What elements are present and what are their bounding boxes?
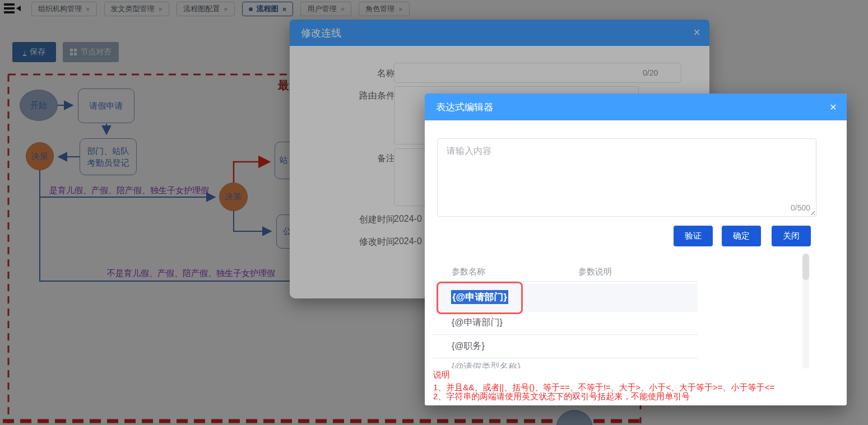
notes-line-2: 2、字符串的两端请使用英文状态下的双引号括起来，不能使用单引号 [433,391,690,402]
table-divider [433,358,698,358]
edge-label-no: 不是育儿假、产假、陪产假、独生子女护理假 [107,268,275,279]
notes-heading: 说明 [433,370,450,380]
expression-editor-header: 表达式编辑器 [425,94,847,120]
selection-highlight-border [437,282,523,314]
created-time-value: 2024-0 [394,214,428,224]
edge-decision2-to-station-selected[interactable] [234,162,268,183]
node-register[interactable]: 部门、站队 考勤员登记 [80,138,137,175]
end-node-partial[interactable] [556,410,592,425]
table-row[interactable]: {@职务} [452,340,485,352]
notes-section: 说明 1、并且&&、或者||、括号()、等于==、不等于!=、大于>、小于<、大… [425,368,847,405]
node-label: 决策 [31,151,48,162]
column-header-param-desc: 参数说明 [578,267,612,277]
modal-title: 修改连线 [301,26,341,40]
node-label: 请假申请 [90,101,123,111]
scrollbar-thumb[interactable] [802,254,809,280]
close-icon[interactable]: × [830,101,837,113]
route-condition-label: 路由条件 [328,90,395,102]
name-counter: 0/20 [643,68,658,77]
name-input[interactable] [394,63,681,83]
validate-button[interactable]: 验证 [674,226,713,246]
edge-decision2-to-public[interactable] [234,211,270,231]
modified-time-value: 2024-0 [394,236,428,246]
name-label: 名称 [328,68,395,80]
table-divider [433,334,698,335]
expression-editor-modal: 表达式编辑器 × 请输入内容 0/500 验证 确定 关闭 参数名称 参数说明 … [425,94,847,405]
node-label: 开始 [30,100,47,111]
node-leave-apply[interactable]: 请假申请 [78,88,134,123]
modal-title: 表达式编辑器 [436,101,493,114]
modify-line-modal-header: 修改连线 [290,20,709,46]
table-row[interactable]: {@申请部门} [452,317,503,329]
scrollbar-track[interactable] [802,253,809,369]
node-label: 决策 [225,192,242,202]
close-icon[interactable]: × [693,26,700,39]
node-label: 考勤员登记 [87,157,129,169]
node-start[interactable]: 开始 [20,90,58,121]
node-label: 部门、站队 [87,145,129,157]
modified-time-label: 修改时间 [328,236,395,248]
textarea-placeholder: 请输入内容 [447,146,491,157]
expression-textarea[interactable]: 请输入内容 0/500 [437,138,816,217]
clipped-param-text: {@请假类型名称} [452,362,521,368]
edge-label-top-partial: 最 [278,78,289,93]
node-decision-2[interactable]: 决策 [219,183,248,211]
close-button[interactable]: 关闭 [772,226,811,246]
node-decision-1[interactable]: 决策 [26,142,54,170]
created-time-label: 创建时间 [328,214,395,226]
edge-label-yes: 是育儿假、产假、陪产假、独生子女护理假 [49,185,209,196]
column-header-param-name: 参数名称 [452,267,485,277]
remark-label: 备注 [328,153,395,165]
table-row-clipped[interactable]: {@请假类型名称} [452,361,620,368]
textarea-counter: 0/500 [791,203,810,212]
confirm-button[interactable]: 确定 [722,226,761,246]
node-label: 站 [280,155,288,166]
